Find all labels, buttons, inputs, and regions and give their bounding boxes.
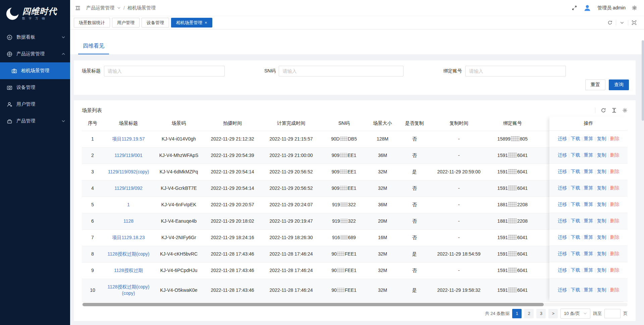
chevron-down-icon[interactable] <box>620 20 625 25</box>
action-link-3[interactable]: 复制 <box>597 152 606 158</box>
action-link-2[interactable]: 重算 <box>584 218 593 224</box>
action-link-1[interactable]: 下载 <box>571 152 580 158</box>
pagination-total: 共 24 条数据 <box>485 311 510 317</box>
filter-input-2[interactable] <box>465 66 566 76</box>
refresh-table-icon[interactable] <box>601 108 606 113</box>
tab-0[interactable]: 场景数据统计 <box>74 18 110 28</box>
close-tab-icon[interactable]: × <box>205 20 207 25</box>
action-link-4[interactable]: 删除 <box>610 202 620 208</box>
scene-title-link[interactable]: 1128授权过期(copy) (copy) <box>107 284 149 296</box>
reset-button[interactable]: 重置 <box>585 79 605 90</box>
user-avatar[interactable] <box>583 4 591 12</box>
action-link-0[interactable]: 迁移 <box>558 287 567 293</box>
action-link-1[interactable]: 下载 <box>571 185 580 191</box>
page-button-2[interactable]: 2 <box>524 309 534 318</box>
action-link-0[interactable]: 迁移 <box>558 185 567 191</box>
action-link-3[interactable]: 复制 <box>597 185 606 191</box>
action-link-2[interactable]: 重算 <box>584 251 593 257</box>
action-link-2[interactable]: 重算 <box>584 152 593 158</box>
action-link-1[interactable]: 下载 <box>571 218 580 224</box>
action-link-4[interactable]: 删除 <box>610 185 620 191</box>
scene-title-link[interactable]: 项目1129.19.57 <box>112 136 145 142</box>
action-link-2[interactable]: 重算 <box>584 136 593 142</box>
action-link-2[interactable]: 重算 <box>584 287 593 293</box>
sidebar-item-0[interactable]: 数据看板 <box>0 29 70 46</box>
action-link-3[interactable]: 复制 <box>597 202 606 208</box>
action-link-3[interactable]: 复制 <box>597 251 606 257</box>
vertical-scrollbar-thumb[interactable] <box>642 40 644 121</box>
action-link-4[interactable]: 删除 <box>610 251 620 257</box>
breadcrumb-current[interactable]: 相机场景管理 <box>127 5 156 11</box>
refresh-tab-icon[interactable] <box>607 20 612 25</box>
sidebar-item-4[interactable]: 产品管理 <box>0 113 70 129</box>
action-link-4[interactable]: 删除 <box>610 218 620 224</box>
jump-page-input[interactable] <box>604 309 621 318</box>
action-link-1[interactable]: 下载 <box>571 136 580 142</box>
sidebar-subitem-1-0[interactable]: 相机场景管理 <box>0 62 70 79</box>
filter-input-0[interactable] <box>104 66 225 76</box>
action-link-4[interactable]: 删除 <box>610 136 620 142</box>
scene-title-link[interactable]: 项目1129.18.23 <box>112 235 145 240</box>
action-link-0[interactable]: 迁移 <box>558 169 567 175</box>
action-link-1[interactable]: 下载 <box>571 287 580 293</box>
page-size-select[interactable]: 10 条/页 <box>560 309 590 319</box>
page-button-3[interactable]: 3 <box>536 309 546 318</box>
collapse-sidebar-icon[interactable] <box>75 5 81 11</box>
horizontal-scrollbar-thumb[interactable] <box>83 303 544 306</box>
scene-title-link[interactable]: 1128 <box>123 218 133 224</box>
action-link-2[interactable]: 重算 <box>584 202 593 208</box>
action-link-3[interactable]: 复制 <box>597 218 606 224</box>
search-button[interactable]: 查询 <box>609 79 629 90</box>
sidebar-item-2[interactable]: 设备管理 <box>0 79 70 96</box>
tab-2[interactable]: 设备管理 <box>142 18 169 28</box>
scene-title-link[interactable]: 1129/119/001 <box>114 153 143 158</box>
next-page-button[interactable]: > <box>548 309 558 318</box>
column-settings-icon[interactable] <box>622 108 628 113</box>
sidebar-item-3[interactable]: 用户管理 <box>0 96 70 113</box>
action-link-0[interactable]: 迁移 <box>558 152 567 158</box>
action-link-4[interactable]: 删除 <box>610 267 620 273</box>
tab-siwei-kanjian[interactable]: 四维看见 <box>78 43 109 54</box>
action-link-2[interactable]: 重算 <box>584 267 593 273</box>
page-button-1[interactable]: 1 <box>512 309 522 318</box>
horizontal-scrollbar[interactable] <box>82 303 628 306</box>
filter-input-1[interactable] <box>279 66 404 76</box>
action-link-1[interactable]: 下载 <box>571 234 580 240</box>
maximize-pane-icon[interactable] <box>632 20 637 25</box>
scene-title-link[interactable]: 1 <box>127 202 130 207</box>
action-link-4[interactable]: 删除 <box>610 234 620 240</box>
action-link-2[interactable]: 重算 <box>584 185 593 191</box>
scene-title-link[interactable]: 1129/119/092(copy) <box>108 169 149 174</box>
action-link-3[interactable]: 复制 <box>597 287 606 293</box>
action-link-2[interactable]: 重算 <box>584 234 593 240</box>
action-link-3[interactable]: 复制 <box>597 267 606 273</box>
action-link-3[interactable]: 复制 <box>597 136 606 142</box>
row-height-icon[interactable] <box>611 108 617 113</box>
gear-icon[interactable] <box>632 5 637 11</box>
action-link-0[interactable]: 迁移 <box>558 202 567 208</box>
sidebar-item-1[interactable]: 产品运营管理 <box>0 46 70 62</box>
action-link-4[interactable]: 删除 <box>610 169 620 175</box>
action-link-1[interactable]: 下载 <box>571 202 580 208</box>
action-link-0[interactable]: 迁移 <box>558 251 567 257</box>
action-link-2[interactable]: 重算 <box>584 169 593 175</box>
breadcrumb-parent[interactable]: 产品运营管理 <box>86 5 114 11</box>
action-link-1[interactable]: 下载 <box>571 251 580 257</box>
fullscreen-icon[interactable] <box>572 5 577 11</box>
scene-title-link[interactable]: 1129/119/092 <box>114 185 143 191</box>
action-link-0[interactable]: 迁移 <box>558 234 567 240</box>
user-name[interactable]: 管理员 admin <box>597 5 626 11</box>
action-link-0[interactable]: 迁移 <box>558 267 567 273</box>
action-link-4[interactable]: 删除 <box>610 152 620 158</box>
action-link-3[interactable]: 复制 <box>597 169 606 175</box>
action-link-4[interactable]: 删除 <box>610 287 620 293</box>
tab-3[interactable]: 相机场景管理× <box>171 18 212 28</box>
action-link-1[interactable]: 下载 <box>571 267 580 273</box>
scene-title-link[interactable]: 1128授权过期(copy) <box>107 251 149 257</box>
action-link-0[interactable]: 迁移 <box>558 218 567 224</box>
action-link-3[interactable]: 复制 <box>597 234 606 240</box>
tab-1[interactable]: 用户管理 <box>112 18 140 28</box>
scene-title-link[interactable]: 1128授权过期 <box>114 268 143 273</box>
action-link-0[interactable]: 迁移 <box>558 136 567 142</box>
action-link-1[interactable]: 下载 <box>571 169 580 175</box>
